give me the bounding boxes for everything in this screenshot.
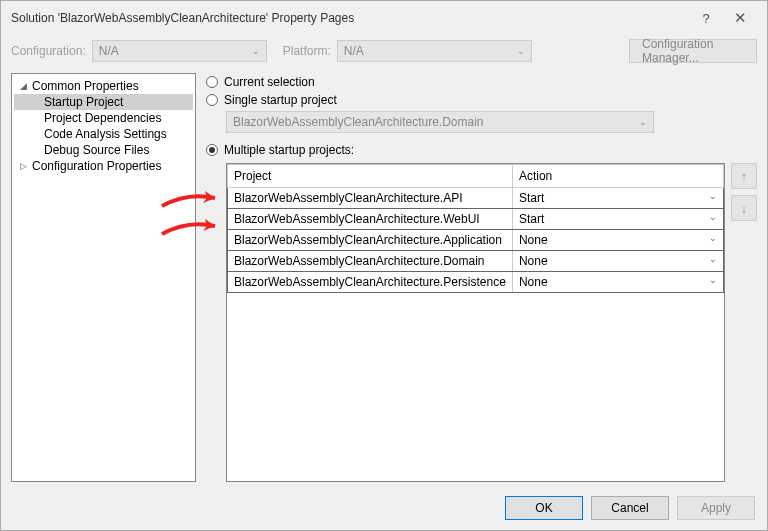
- move-up-button[interactable]: ↑: [731, 163, 757, 189]
- single-startup-dropdown: BlazorWebAssemblyCleanArchitecture.Domai…: [226, 111, 654, 133]
- cell-project[interactable]: BlazorWebAssemblyCleanArchitecture.Persi…: [228, 272, 513, 293]
- platform-label: Platform:: [283, 44, 331, 58]
- tree-project-dependencies[interactable]: Project Dependencies: [14, 110, 193, 126]
- cell-action-dropdown[interactable]: Start⌄: [512, 188, 723, 209]
- cell-project[interactable]: BlazorWebAssemblyCleanArchitecture.API: [228, 188, 513, 209]
- help-icon[interactable]: ?: [689, 11, 723, 26]
- cell-action-dropdown[interactable]: None⌄: [512, 251, 723, 272]
- chevron-down-icon: ⌄: [709, 191, 717, 201]
- cell-action-dropdown[interactable]: None⌄: [512, 272, 723, 293]
- window-title: Solution 'BlazorWebAssemblyCleanArchitec…: [11, 11, 689, 25]
- tree-configuration-properties[interactable]: ▷ Configuration Properties: [14, 158, 193, 174]
- tree-common-properties[interactable]: ◢ Common Properties: [14, 78, 193, 94]
- cell-action-dropdown[interactable]: Start⌄: [512, 209, 723, 230]
- col-project[interactable]: Project: [228, 165, 513, 188]
- titlebar: Solution 'BlazorWebAssemblyCleanArchitec…: [1, 1, 767, 33]
- cell-action-dropdown[interactable]: None⌄: [512, 230, 723, 251]
- config-row: Configuration: N/A ⌄ Platform: N/A ⌄ Con…: [1, 33, 767, 73]
- chevron-down-icon: ⌄: [709, 275, 717, 285]
- table-row[interactable]: BlazorWebAssemblyCleanArchitecture.APISt…: [228, 188, 724, 209]
- tree-startup-project[interactable]: Startup Project: [14, 94, 193, 110]
- radio-multiple-startup[interactable]: Multiple startup projects:: [206, 141, 757, 159]
- projects-table-container: Project Action BlazorWebAssemblyCleanArc…: [226, 163, 725, 482]
- table-row[interactable]: BlazorWebAssemblyCleanArchitecture.Appli…: [228, 230, 724, 251]
- projects-table[interactable]: Project Action BlazorWebAssemblyCleanArc…: [227, 164, 724, 293]
- configuration-manager-button: Configuration Manager...: [629, 39, 757, 63]
- chevron-down-icon: ⌄: [709, 212, 717, 222]
- apply-button: Apply: [677, 496, 755, 520]
- cancel-button[interactable]: Cancel: [591, 496, 669, 520]
- chevron-down-icon: ⌄: [639, 117, 647, 127]
- radio-icon: [206, 144, 218, 156]
- configuration-label: Configuration:: [11, 44, 86, 58]
- radio-current-selection[interactable]: Current selection: [206, 73, 757, 91]
- collapse-icon: ◢: [20, 81, 32, 91]
- ok-button[interactable]: OK: [505, 496, 583, 520]
- configuration-dropdown: N/A ⌄: [92, 40, 267, 62]
- close-icon[interactable]: ✕: [723, 9, 757, 27]
- expand-icon: ▷: [20, 161, 32, 171]
- radio-single-startup[interactable]: Single startup project: [206, 91, 757, 109]
- radio-icon: [206, 94, 218, 106]
- table-row[interactable]: BlazorWebAssemblyCleanArchitecture.WebUI…: [228, 209, 724, 230]
- table-row[interactable]: BlazorWebAssemblyCleanArchitecture.Domai…: [228, 251, 724, 272]
- footer: OK Cancel Apply: [1, 488, 767, 530]
- chevron-down-icon: ⌄: [709, 254, 717, 264]
- chevron-down-icon: ⌄: [517, 46, 525, 56]
- cell-project[interactable]: BlazorWebAssemblyCleanArchitecture.Appli…: [228, 230, 513, 251]
- cell-project[interactable]: BlazorWebAssemblyCleanArchitecture.WebUI: [228, 209, 513, 230]
- tree-view[interactable]: ◢ Common Properties Startup Project Proj…: [11, 73, 196, 482]
- col-action[interactable]: Action: [512, 165, 723, 188]
- radio-icon: [206, 76, 218, 88]
- tree-debug-source[interactable]: Debug Source Files: [14, 142, 193, 158]
- tree-code-analysis[interactable]: Code Analysis Settings: [14, 126, 193, 142]
- platform-dropdown: N/A ⌄: [337, 40, 532, 62]
- table-row[interactable]: BlazorWebAssemblyCleanArchitecture.Persi…: [228, 272, 724, 293]
- chevron-down-icon: ⌄: [252, 46, 260, 56]
- chevron-down-icon: ⌄: [709, 233, 717, 243]
- main-panel: Current selection Single startup project…: [206, 73, 757, 482]
- cell-project[interactable]: BlazorWebAssemblyCleanArchitecture.Domai…: [228, 251, 513, 272]
- move-down-button[interactable]: ↓: [731, 195, 757, 221]
